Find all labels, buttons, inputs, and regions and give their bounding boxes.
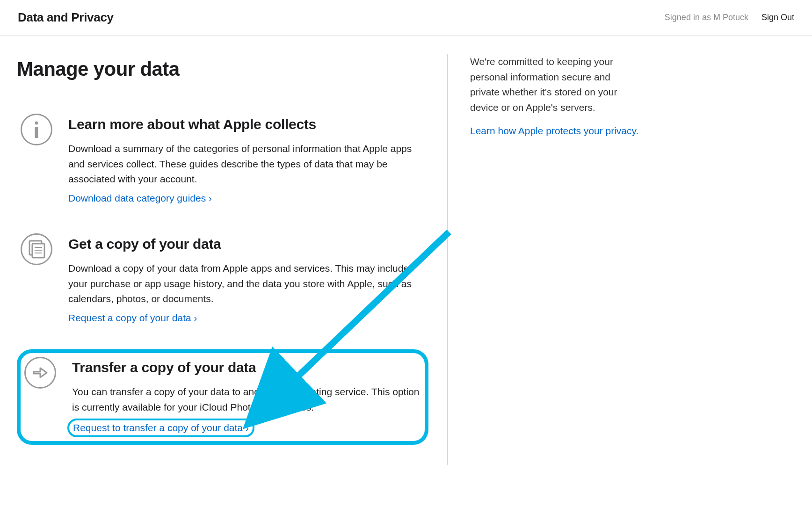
section-title: Get a copy of your data bbox=[68, 233, 425, 254]
request-transfer-link[interactable]: Request to transfer a copy of your data bbox=[73, 422, 249, 433]
section-body: Learn more about what Apple collects Dow… bbox=[68, 114, 425, 205]
section-get-copy: Get a copy of your data Download a copy … bbox=[17, 230, 428, 329]
header-right: Signed in as M Potuck Sign Out bbox=[665, 11, 794, 24]
section-transfer-highlighted: Transfer a copy of your data You can tra… bbox=[17, 349, 428, 445]
sidebar-text: We're committed to keeping your personal… bbox=[470, 54, 639, 115]
download-guides-link[interactable]: Download data category guides bbox=[68, 193, 212, 203]
link-highlight: Request to transfer a copy of your data bbox=[67, 419, 254, 437]
transfer-arrow-icon bbox=[24, 357, 56, 389]
container: Manage your data Learn more about what A… bbox=[0, 36, 812, 465]
request-copy-link[interactable]: Request a copy of your data bbox=[68, 312, 197, 323]
page-title: Manage your data bbox=[17, 54, 428, 84]
section-desc: You can transfer a copy of your data to … bbox=[72, 384, 421, 415]
sign-out-link[interactable]: Sign Out bbox=[761, 11, 794, 24]
header: Data and Privacy Signed in as M Potuck S… bbox=[0, 0, 812, 36]
section-title: Transfer a copy of your data bbox=[72, 357, 421, 378]
section-body: Get a copy of your data Download a copy … bbox=[68, 233, 425, 325]
info-icon bbox=[21, 114, 52, 145]
section-title: Learn more about what Apple collects bbox=[68, 114, 425, 135]
documents-icon bbox=[21, 233, 52, 265]
privacy-link[interactable]: Learn how Apple protects your privacy. bbox=[470, 125, 638, 136]
section-body: Transfer a copy of your data You can tra… bbox=[72, 357, 421, 437]
svg-rect-1 bbox=[35, 127, 38, 138]
sidebar: We're committed to keeping your personal… bbox=[447, 54, 639, 465]
section-desc: Download a summary of the categories of … bbox=[68, 141, 425, 187]
section-desc: Download a copy of your data from Apple … bbox=[68, 261, 425, 307]
main-column: Manage your data Learn more about what A… bbox=[17, 54, 447, 465]
header-title: Data and Privacy bbox=[18, 8, 114, 27]
section-learn-more: Learn more about what Apple collects Dow… bbox=[17, 110, 428, 209]
signed-in-label: Signed in as M Potuck bbox=[665, 11, 748, 24]
svg-point-0 bbox=[35, 122, 38, 125]
